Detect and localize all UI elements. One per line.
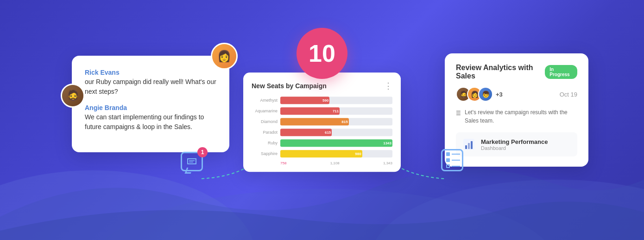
- bar-track: 980: [280, 150, 392, 157]
- svg-rect-7: [468, 143, 470, 149]
- bar-row: Paradot615: [252, 129, 392, 136]
- bar-fill: 1343: [280, 139, 392, 147]
- attachment-icon: [461, 137, 476, 152]
- chat-message-2: Angie Branda We can start implementing o…: [85, 104, 216, 132]
- bar-fill: 590: [280, 97, 329, 104]
- description-icon: ☰: [456, 109, 461, 117]
- analytics-description: ☰ Let's review the campaign results with…: [456, 108, 577, 125]
- bar-track: 711: [280, 107, 392, 115]
- avatar-3: 👦: [478, 87, 493, 102]
- bar-label: Aquamarine: [252, 109, 278, 113]
- center-number-badge: 10: [297, 28, 347, 79]
- bar-row: Aquamarine711: [252, 107, 392, 115]
- check-bar-2: [452, 160, 460, 161]
- chat-text-2: We can start implementing our findings t…: [85, 112, 216, 132]
- bar-label: Sapphire: [252, 151, 278, 156]
- description-text: Let's review the campaign results with t…: [465, 108, 577, 125]
- message-icon-wrapper: 1: [181, 152, 203, 171]
- svg-point-1: [93, 189, 556, 240]
- attachment-name: Marketing Performance: [481, 138, 548, 145]
- check-bar-1: [452, 154, 460, 155]
- bar-value: 711: [333, 109, 341, 113]
- chart-axis: 758 1,108 1,343: [252, 161, 392, 165]
- axis-label-2: 1,108: [330, 161, 340, 165]
- chat-message-1: Rick Evans our Ruby campaign did really …: [85, 69, 216, 97]
- bar-fill: 711: [280, 107, 340, 115]
- avatars-group: 🧔 👩 👦 +3: [456, 87, 503, 102]
- bar-value: 815: [341, 119, 349, 123]
- analytics-title: Review Analytics with Sales: [456, 64, 545, 80]
- checklist-icon-wrapper: [441, 149, 463, 171]
- svg-rect-8: [471, 141, 473, 149]
- bar-fill: 980: [280, 150, 362, 157]
- bar-label: Ruby: [252, 141, 278, 145]
- axis-label-1: 758: [280, 161, 286, 165]
- attachment-info: Marketing Performance Dashboard: [481, 138, 548, 151]
- analytics-card: Review Analytics with Sales In Progress …: [445, 53, 588, 167]
- attachment-type: Dashboard: [481, 145, 548, 151]
- check-box-3: [446, 164, 450, 168]
- svg-rect-6: [465, 145, 467, 149]
- avatar-top: 👩: [211, 43, 238, 70]
- bar-label: Diamond: [252, 119, 278, 124]
- chat-author-1: Rick Evans: [85, 69, 216, 76]
- bar-track: 590: [280, 97, 392, 104]
- bar-value: 615: [325, 130, 333, 134]
- analytics-meta: 🧔 👩 👦 +3 Oct 19: [456, 87, 577, 102]
- bar-track: 1343: [280, 139, 392, 147]
- chat-text-1: our Ruby campaign did really well! What'…: [85, 77, 216, 97]
- chart-menu-button[interactable]: ⋮: [384, 81, 392, 91]
- chat-card: 👩 🧔 Rick Evans our Ruby campaign did rea…: [72, 56, 229, 152]
- svg-point-2: [371, 180, 644, 240]
- bar-row: Ruby1343: [252, 139, 392, 147]
- avatar-left: 🧔: [61, 84, 85, 108]
- svg-point-0: [0, 170, 255, 240]
- bar-fill: 815: [280, 118, 349, 125]
- analytics-date: Oct 19: [560, 91, 577, 98]
- center-number: 10: [309, 39, 335, 67]
- bar-value: 1343: [383, 141, 393, 145]
- chat-author-2: Angie Branda: [85, 104, 216, 111]
- bar-row: Diamond815: [252, 118, 392, 125]
- bar-chart: Amethyst590Aquamarine711Diamond815Parado…: [252, 97, 392, 157]
- attachment-row[interactable]: Marketing Performance Dashboard: [456, 132, 577, 156]
- axis-label-3: 1,343: [383, 161, 392, 165]
- bar-label: Amethyst: [252, 98, 278, 103]
- check-box-2: [446, 158, 450, 162]
- bar-track: 815: [280, 118, 392, 125]
- check-bar-3: [452, 166, 460, 167]
- bar-value: 980: [355, 151, 363, 156]
- bar-fill: 615: [280, 129, 332, 136]
- bar-track: 615: [280, 129, 392, 136]
- chart-card: New Seats by Campaign ⋮ Amethyst590Aquam…: [243, 72, 401, 172]
- chart-title: New Seats by Campaign: [252, 82, 327, 90]
- avatar-plus-count: +3: [496, 91, 503, 98]
- status-badge: In Progress: [545, 65, 577, 79]
- checklist-icon[interactable]: [441, 149, 463, 171]
- bar-row: Sapphire980: [252, 150, 392, 157]
- bar-label: Paradot: [252, 130, 278, 135]
- bar-row: Amethyst590: [252, 97, 392, 104]
- message-badge: 1: [197, 147, 208, 157]
- bar-value: 590: [322, 98, 330, 102]
- check-box-1: [446, 152, 450, 156]
